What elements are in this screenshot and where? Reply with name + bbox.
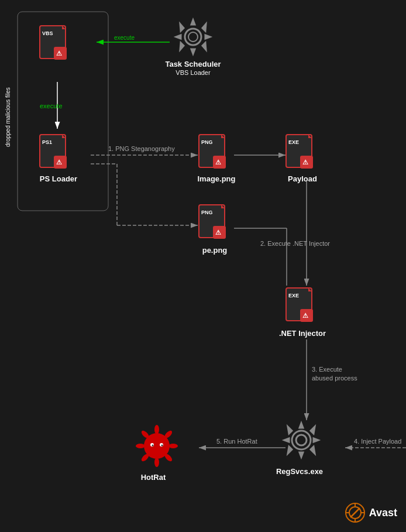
- task-scheduler-label: Task Scheduler: [164, 60, 222, 68]
- regsvcs-gear-icon: [280, 418, 324, 462]
- svg-text:PNG: PNG: [201, 139, 213, 145]
- hotrat-virus-icon: [133, 423, 180, 469]
- svg-point-70: [152, 445, 154, 447]
- pe-png-file-icon: PNG ⚠: [198, 204, 230, 245]
- svg-text:⚠: ⚠: [56, 159, 62, 166]
- svg-text:5. Run HotRat: 5. Run HotRat: [216, 438, 257, 445]
- svg-text:EXE: EXE: [288, 139, 299, 145]
- svg-text:⚠: ⚠: [215, 229, 221, 236]
- svg-point-64: [154, 458, 159, 467]
- hotrat-label: HotRat: [130, 473, 177, 482]
- task-scheduler-sub-label: VBS Loader: [164, 69, 222, 76]
- svg-point-25: [185, 29, 201, 45]
- svg-text:PNG: PNG: [201, 210, 213, 215]
- regsvcs-label: RegSvcs.exe: [270, 467, 329, 476]
- svg-text:execute: execute: [40, 102, 63, 109]
- svg-text:EXE: EXE: [288, 293, 299, 298]
- svg-text:⚠: ⚠: [215, 159, 221, 166]
- svg-point-71: [161, 445, 163, 447]
- svg-point-60: [154, 425, 159, 434]
- svg-line-78: [350, 508, 360, 517]
- svg-text:⚠: ⚠: [302, 312, 308, 319]
- task-scheduler-gear-icon: [173, 16, 214, 57]
- svg-point-66: [136, 444, 145, 448]
- svg-text:4. Inject Payload: 4. Inject Payload: [354, 438, 401, 445]
- svg-text:3. Execute: 3. Execute: [312, 366, 342, 373]
- svg-point-57: [292, 431, 311, 449]
- svg-text:VBS: VBS: [42, 30, 53, 36]
- diagram: execute execute 1. PNG Steganography 2. …: [0, 0, 406, 532]
- avast-text: Avast: [369, 507, 397, 519]
- payload-file-icon: EXE ⚠: [285, 133, 318, 174]
- svg-text:⚠: ⚠: [302, 159, 308, 166]
- net-injector-label: .NET Injector: [276, 329, 329, 338]
- svg-point-26: [188, 32, 198, 42]
- image-png-label: Image.png: [193, 174, 240, 183]
- payload-label: Payload: [282, 174, 323, 183]
- ps-loader-label: PS Loader: [35, 174, 82, 183]
- net-injector-file-icon: EXE ⚠: [285, 287, 318, 328]
- svg-point-58: [296, 435, 307, 445]
- svg-text:⚠: ⚠: [56, 50, 62, 57]
- pe-png-label: pe.png: [194, 246, 235, 255]
- arrows-overlay: execute execute 1. PNG Steganography 2. …: [0, 0, 406, 532]
- ps1-file-icon: PS1 ⚠: [39, 133, 71, 174]
- svg-point-62: [168, 444, 178, 448]
- svg-text:1. PNG Steganography: 1. PNG Steganography: [108, 145, 175, 152]
- svg-text:abused process: abused process: [312, 375, 357, 382]
- avast-logo: Avast: [345, 502, 397, 523]
- vbs-file-icon: VBS ⚠: [39, 25, 71, 66]
- dropped-malicious-label: dropped malicious files: [5, 59, 11, 176]
- image-png-file-icon: PNG ⚠: [198, 133, 230, 174]
- svg-text:execute: execute: [114, 35, 135, 41]
- svg-text:2. Execute .NET Injector: 2. Execute .NET Injector: [260, 240, 330, 247]
- svg-text:PS1: PS1: [42, 139, 52, 145]
